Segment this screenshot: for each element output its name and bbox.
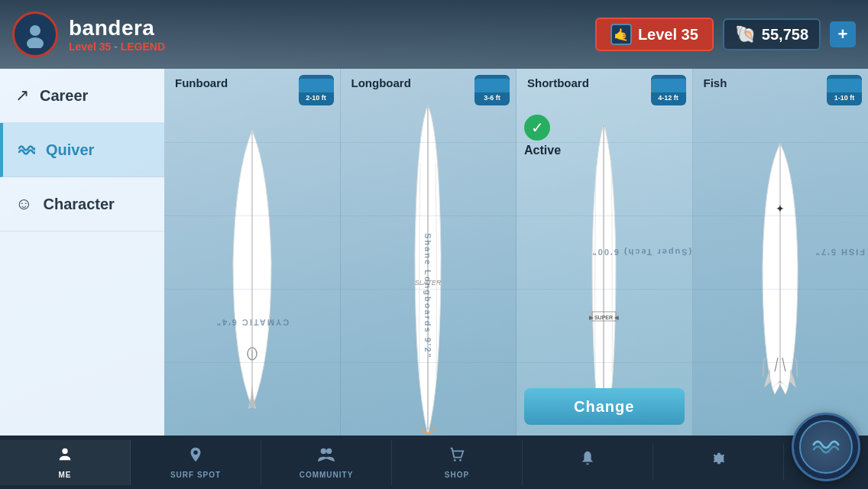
trending-up-icon: ↗	[15, 86, 29, 105]
funboard-wave-size: 2-10 ft	[299, 75, 334, 105]
avatar	[12, 11, 58, 57]
sidebar-label-career: Career	[40, 87, 88, 105]
longboard-title: Longboard	[351, 76, 411, 89]
board-funboard[interactable]: Funboard 2-10 ft CYMATIC 6'4"	[164, 69, 341, 436]
shortboard-name: MAGICMIX (Super Tech) 6'00"	[591, 248, 692, 257]
svg-point-17	[459, 458, 462, 461]
nav-label-community: COMMUNITY	[300, 471, 354, 479]
svg-point-1	[27, 37, 44, 48]
shortboard-image: ▶ SUPER ◀	[517, 111, 692, 428]
avatar-icon	[21, 21, 49, 48]
active-badge: ✓ Active	[524, 115, 561, 157]
board-longboard[interactable]: Longboard 3-6 ft SLATER Shane Longboards…	[341, 69, 517, 436]
settings-icon	[710, 450, 727, 471]
nav-item-shop[interactable]: SHOP	[392, 440, 523, 485]
nav-item-community[interactable]: COMMUNITY	[261, 440, 392, 485]
svg-text:✦: ✦	[776, 202, 785, 215]
person-icon	[57, 446, 73, 468]
add-currency-button[interactable]: +	[830, 21, 856, 47]
svg-point-16	[454, 458, 456, 461]
waves-icon	[18, 140, 35, 160]
nav-label-me: ME	[59, 471, 72, 479]
surf-inner	[799, 420, 853, 474]
fish-image: ✦	[693, 111, 869, 428]
svg-point-13	[193, 450, 198, 455]
player-level: Level 35 - LEGEND	[69, 40, 595, 53]
svg-text:▶ SUPER ◀: ▶ SUPER ◀	[589, 315, 619, 320]
surf-button-container	[784, 428, 868, 489]
shell-icon: 🐚	[735, 24, 756, 44]
nav-label-surf-spot: SURF SPOT	[170, 471, 221, 479]
sidebar-label-character: Character	[43, 196, 114, 213]
surf-button[interactable]	[792, 413, 860, 481]
level-icon: 🤙	[611, 24, 632, 45]
sidebar-item-career[interactable]: ↗ Career	[0, 69, 164, 123]
active-check-icon: ✓	[524, 115, 550, 141]
currency-badge: 🐚 55,758	[723, 18, 821, 50]
funboard-title: Funboard	[175, 76, 228, 89]
nav-item-settings[interactable]	[653, 444, 784, 481]
active-label: Active	[524, 144, 561, 157]
shortboard-svg: ▶ SUPER ◀	[579, 121, 629, 419]
people-icon	[316, 446, 336, 468]
fish-wave-size: 1-10 ft	[827, 75, 862, 105]
level-text: Level 35	[638, 26, 698, 44]
sidebar-item-quiver[interactable]: Quiver	[0, 123, 164, 177]
board-shortboard[interactable]: Shortboard 4-12 ft ✓ Active ▶ SUPER ◀	[517, 69, 693, 436]
bottom-nav: ME SURF SPOT COMMUNITY	[0, 436, 868, 489]
header: bandera Level 35 - LEGEND 🤙 Level 35 🐚 5…	[0, 0, 868, 69]
fish-name: GO FISH 5'7"	[815, 248, 868, 257]
nav-item-me[interactable]: ME	[0, 440, 131, 485]
change-button[interactable]: Change	[524, 388, 685, 425]
level-badge: 🤙 Level 35	[595, 18, 714, 51]
svg-point-14	[321, 448, 326, 453]
bell-icon	[579, 450, 596, 471]
svg-point-0	[30, 25, 40, 36]
nav-item-surf-spot[interactable]: SURF SPOT	[131, 440, 261, 485]
longboard-wave-size: 3-6 ft	[474, 75, 510, 105]
player-name: bandera	[69, 16, 595, 40]
nav-label-shop: SHOP	[445, 471, 469, 479]
shopping-cart-icon	[449, 446, 465, 468]
main-content: Funboard 2-10 ft CYMATIC 6'4"	[164, 69, 868, 436]
svg-point-12	[62, 448, 67, 453]
funboard-name: CYMATIC 6'4"	[215, 318, 289, 327]
currency-amount: 55,758	[762, 26, 808, 44]
fish-title: Fish	[704, 76, 727, 89]
funboard-image	[164, 111, 340, 428]
sidebar: ↗ Career Quiver ☺ Character	[0, 69, 164, 436]
longboard-name: Shane Longboards 9'2"	[423, 233, 432, 359]
funboard-svg	[222, 125, 283, 415]
sidebar-label-quiver: Quiver	[46, 141, 94, 159]
location-icon	[187, 446, 204, 468]
face-icon: ☺	[15, 194, 32, 214]
header-right: 🤙 Level 35 🐚 55,758 +	[595, 18, 856, 51]
board-fish[interactable]: Fish 1-10 ft ✦	[693, 69, 869, 436]
shortboard-wave-size: 4-12 ft	[651, 75, 686, 105]
nav-item-notifications[interactable]	[523, 444, 653, 481]
surf-wave-icon	[812, 434, 840, 461]
player-info: bandera Level 35 - LEGEND	[69, 16, 595, 53]
svg-point-15	[326, 448, 332, 453]
sidebar-item-character[interactable]: ☺ Character	[0, 177, 164, 232]
shortboard-title: Shortboard	[527, 76, 589, 89]
fish-svg: ✦	[746, 136, 815, 403]
